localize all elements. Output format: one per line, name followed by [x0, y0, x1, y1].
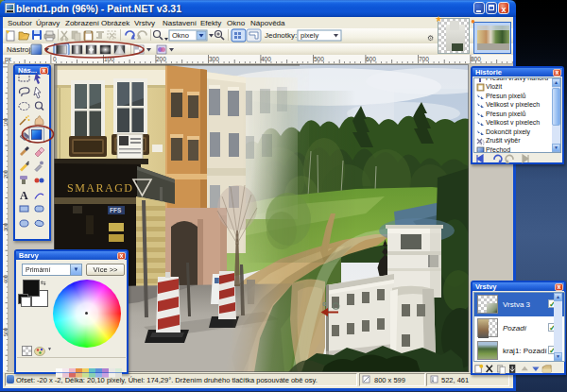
svg-text:500: 500: [314, 56, 324, 62]
svg-text:700: 700: [419, 56, 429, 62]
svg-text:100: 100: [104, 56, 114, 62]
svg-text:500: 500: [3, 328, 9, 336]
svg-text:Jednotky:: Jednotky:: [265, 31, 297, 40]
svg-text:Nástroj:: Nástroj:: [7, 45, 33, 54]
svg-text:0: 0: [53, 56, 57, 62]
svg-text:200: 200: [3, 170, 9, 179]
svg-text:400: 400: [3, 275, 9, 283]
svg-text:SMARAGD: SMARAGD: [67, 181, 134, 195]
svg-text:200: 200: [156, 56, 166, 62]
svg-text:600: 600: [366, 56, 376, 62]
svg-text:100: 100: [3, 118, 9, 127]
svg-text:300: 300: [3, 223, 9, 231]
svg-text:px: px: [5, 56, 12, 63]
svg-text:FFS: FFS: [110, 207, 122, 213]
svg-text:800: 800: [471, 56, 481, 62]
svg-text:pixely: pixely: [301, 31, 318, 40]
svg-text:Okno: Okno: [172, 31, 189, 40]
svg-text:300: 300: [209, 56, 219, 62]
svg-text:A: A: [20, 189, 28, 202]
svg-text:400: 400: [261, 56, 271, 62]
